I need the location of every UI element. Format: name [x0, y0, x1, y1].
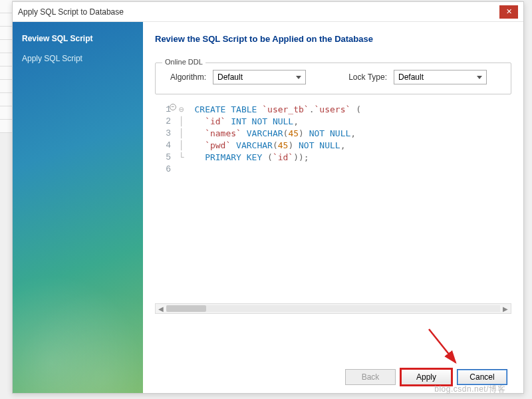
background-grid [0, 0, 12, 399]
cancel-button[interactable]: Cancel [457, 369, 507, 385]
lock-type-value: Default [398, 72, 424, 82]
main-panel: Review the SQL Script to be Applied on t… [143, 22, 523, 393]
lock-type-label: Lock Type: [342, 72, 387, 82]
apply-button[interactable]: Apply [401, 369, 452, 385]
online-ddl-group: Online DDL Algorithm: Default Lock Type:… [155, 63, 511, 94]
scroll-right-icon[interactable]: ▶ [500, 305, 511, 313]
algorithm-select[interactable]: Default [213, 70, 306, 84]
lock-type-select[interactable]: Default [394, 70, 487, 84]
close-icon: ✕ [506, 7, 512, 16]
wizard-sidebar: Review SQL Script Apply SQL Script [13, 22, 143, 393]
titlebar: Apply SQL Script to Database ✕ [13, 2, 523, 22]
scroll-left-icon[interactable]: ◀ [156, 305, 166, 313]
page-heading: Review the SQL Script to be Applied on t… [155, 34, 511, 44]
sidebar-step-apply[interactable]: Apply SQL Script [13, 49, 143, 68]
algorithm-value: Default [217, 72, 243, 82]
close-button[interactable]: ✕ [499, 5, 518, 19]
online-ddl-legend: Online DDL [162, 58, 205, 66]
scroll-thumb[interactable] [166, 305, 206, 312]
editor-gutter: 123456 [155, 101, 176, 301]
back-button: Back [345, 369, 396, 385]
chevron-down-icon [296, 76, 301, 79]
sidebar-step-review[interactable]: Review SQL Script [13, 29, 143, 49]
fold-guide: ⊖ [179, 104, 194, 114]
scroll-track[interactable] [166, 305, 500, 312]
fold-icon[interactable]: − [170, 104, 176, 110]
dialog-window: Apply SQL Script to Database ✕ Review SQ… [12, 1, 524, 394]
algorithm-label: Algorithm: [165, 72, 206, 82]
horizontal-scrollbar[interactable]: ◀ ▶ [155, 303, 511, 314]
online-ddl-row: Algorithm: Default Lock Type: Default [165, 70, 501, 84]
dialog-buttons: Back Apply Cancel [155, 356, 511, 388]
dialog-body: Review SQL Script Apply SQL Script Revie… [13, 22, 523, 393]
window-title: Apply SQL Script to Database [18, 7, 499, 17]
editor-code[interactable]: − ⊖ CREATE TABLE `user_tb`.`users` ( │ `… [176, 101, 511, 301]
chevron-down-icon [477, 76, 482, 79]
sql-editor[interactable]: 123456 − ⊖ CREATE TABLE `user_tb`.`users… [155, 101, 511, 301]
